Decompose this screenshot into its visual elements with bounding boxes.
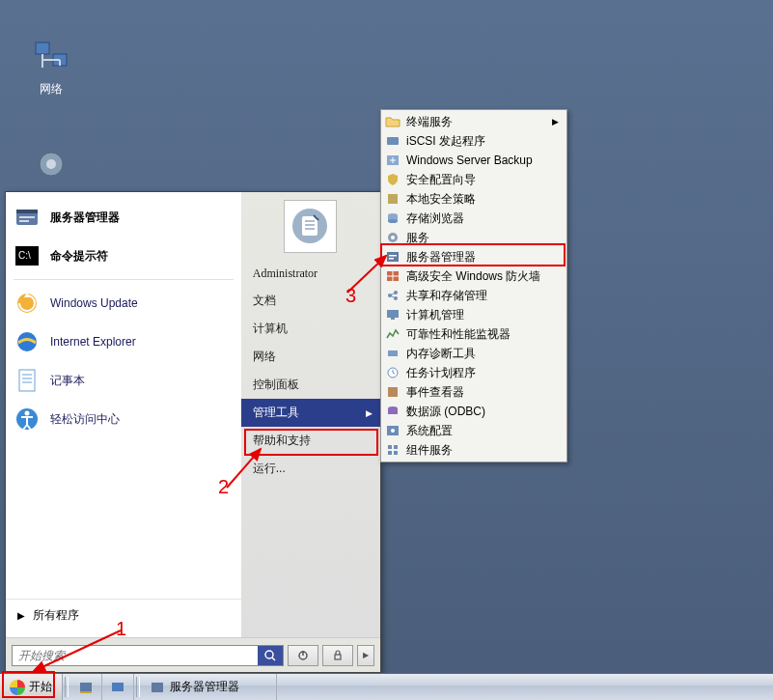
pinned-label: Windows Update (50, 296, 138, 310)
chevron-right-icon: ▶ (366, 408, 373, 418)
clock-icon (385, 365, 400, 380)
quick-launch-show-desktop[interactable] (70, 674, 102, 700)
shutdown-options-button[interactable]: ▶ (357, 645, 374, 666)
pinned-label: 服务器管理器 (50, 210, 120, 226)
firewall-icon (385, 268, 400, 284)
svg-rect-65 (152, 683, 163, 692)
pinned-ie[interactable]: Internet Explorer (6, 322, 241, 361)
pinned-cmd[interactable]: C:\ 命令提示符 (6, 237, 241, 275)
search-button[interactable] (258, 646, 283, 665)
start-menu-left: 服务器管理器 C:\ 命令提示符 Windows Update Internet… (6, 192, 241, 637)
submenu-perfmon[interactable]: 可靠性和性能监视器 (383, 324, 565, 344)
submenu-backup[interactable]: Windows Server Backup (383, 151, 565, 170)
submenu-computer-mgmt[interactable]: 计算机管理 (383, 305, 565, 324)
storage-icon (385, 210, 400, 226)
pinned-label: 轻松访问中心 (50, 411, 120, 428)
start-menu-footer: ▶ (6, 637, 380, 672)
right-item-network[interactable]: 网络 (241, 343, 380, 371)
submenu-iscsi[interactable]: iSCSI 发起程序 (383, 131, 565, 151)
right-item-admin-tools[interactable]: 管理工具 ▶ (241, 399, 380, 427)
user-name[interactable]: Administrator (241, 261, 380, 287)
submenu-server-manager[interactable]: 服务器管理器 (383, 247, 565, 266)
shield-icon (385, 172, 400, 187)
all-programs[interactable]: ▶ 所有程序 (6, 599, 241, 631)
svg-point-39 (391, 236, 395, 239)
server-manager-icon (385, 249, 400, 265)
svg-rect-9 (19, 216, 35, 218)
component-icon (385, 442, 400, 458)
pinned-windows-update[interactable]: Windows Update (6, 284, 241, 322)
submenu-terminal-services[interactable]: 终端服务 ▶ (383, 112, 565, 131)
right-item-documents[interactable]: 文档 (241, 287, 380, 315)
svg-rect-34 (388, 194, 398, 204)
event-viewer-icon (385, 384, 400, 400)
pinned-label: Internet Explorer (50, 335, 136, 349)
right-item-help[interactable]: 帮助和支持 (241, 427, 380, 455)
power-icon (297, 650, 309, 661)
submenu-component-services[interactable]: 组件服务 (383, 440, 565, 460)
submenu-services[interactable]: 服务 (383, 228, 565, 247)
svg-rect-31 (335, 655, 341, 659)
start-label: 开始 (29, 679, 52, 695)
svg-point-6 (46, 159, 56, 169)
right-item-computer[interactable]: 计算机 (241, 315, 380, 343)
submenu-security-wizard[interactable]: 安全配置向导 (383, 170, 565, 189)
svg-rect-50 (391, 318, 395, 320)
taskbar-separator (65, 677, 69, 697)
svg-rect-16 (19, 370, 35, 391)
folder-icon (385, 114, 400, 129)
local-security-icon (385, 191, 400, 207)
taskbar-app-server-manager[interactable]: 服务器管理器 (142, 674, 277, 700)
all-programs-label: 所有程序 (33, 607, 79, 624)
chevron-right-icon: ▶ (363, 651, 369, 659)
submenu-firewall[interactable]: 高级安全 Windows 防火墙 (383, 266, 565, 286)
memory-icon (385, 346, 400, 361)
search-box (12, 645, 284, 666)
separator (14, 279, 234, 280)
chevron-right-icon: ▶ (552, 117, 559, 126)
user-picture[interactable] (284, 200, 337, 253)
submenu-share-storage[interactable]: 共享和存储管理 (383, 286, 565, 305)
power-button[interactable] (288, 645, 318, 666)
right-item-run[interactable]: 运行... (241, 455, 380, 483)
pinned-server-manager[interactable]: 服务器管理器 (6, 198, 241, 237)
desktop-icon-network[interactable]: 网络 (17, 39, 85, 98)
svg-rect-10 (19, 220, 29, 222)
desktop-icon-generic[interactable] (17, 145, 85, 187)
quick-launch-explorer[interactable] (102, 674, 134, 700)
explorer-icon (110, 680, 125, 695)
server-manager-icon (150, 680, 165, 695)
ease-of-access-icon (14, 406, 41, 433)
pinned-ease-of-access[interactable]: 轻松访问中心 (6, 400, 241, 438)
submenu-local-security[interactable]: 本地安全策略 (383, 189, 565, 209)
svg-text:C:\: C:\ (18, 250, 31, 261)
taskbar: 开始 服务器管理器 (0, 673, 773, 700)
windows-logo-icon (10, 680, 25, 695)
right-item-control-panel[interactable]: 控制面板 (241, 371, 380, 399)
lock-icon (332, 650, 344, 661)
submenu-memory-diag[interactable]: 内存诊断工具 (383, 344, 565, 363)
pinned-notepad[interactable]: 记事本 (6, 361, 241, 400)
computer-icon (385, 307, 400, 322)
svg-rect-8 (16, 210, 38, 213)
windows-update-icon (14, 290, 41, 317)
msconfig-icon (385, 423, 400, 438)
svg-rect-58 (388, 445, 392, 449)
network-icon (32, 39, 70, 77)
svg-rect-63 (80, 691, 92, 693)
submenu-msconfig[interactable]: 系统配置 (383, 421, 565, 440)
svg-rect-49 (387, 310, 399, 318)
search-input[interactable] (13, 646, 258, 665)
chevron-right-icon: ▶ (17, 610, 25, 621)
submenu-storage-explorer[interactable]: 存储浏览器 (383, 209, 565, 228)
desktop-icon-label: 网络 (17, 81, 85, 98)
start-menu-right: Administrator 文档 计算机 网络 控制面板 管理工具 ▶ 帮助和支… (241, 192, 380, 637)
submenu-task-scheduler[interactable]: 任务计划程序 (383, 363, 565, 382)
share-icon (385, 288, 400, 303)
lock-button[interactable] (322, 645, 353, 666)
iscsi-icon (385, 133, 400, 149)
svg-rect-0 (36, 42, 49, 54)
start-button[interactable]: 开始 (0, 674, 63, 700)
submenu-event-viewer[interactable]: 事件查看器 (383, 382, 565, 402)
submenu-odbc[interactable]: 数据源 (ODBC) (383, 402, 565, 421)
